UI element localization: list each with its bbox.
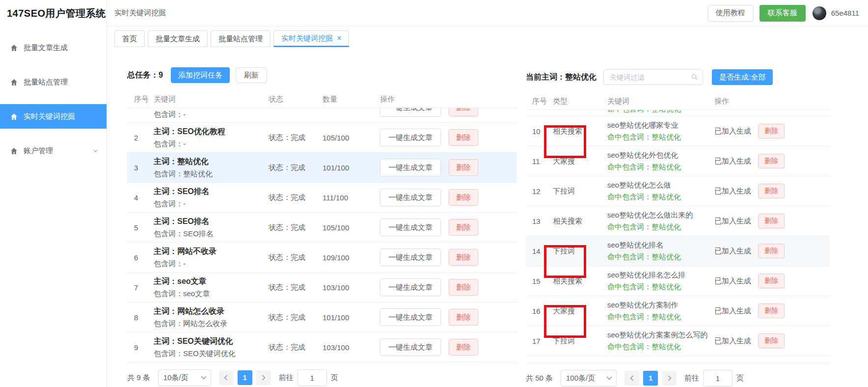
table-row[interactable]: 4 主词：SEO排名 包含词：- 状态：完成 111/100 一键生成文章 删除 [127, 183, 516, 213]
delete-button[interactable]: 删除 [758, 274, 785, 288]
page-button-current[interactable]: 1 [643, 371, 658, 386]
contain-word: 包含词：整站优化 [154, 168, 269, 180]
table-row[interactable]: 9 主词：SEO关键词优化 包含词：SEO关键词优化 状态：完成 103/100… [127, 332, 516, 362]
table-row[interactable]: 包含词：- 一键生成文章 删除 [127, 108, 516, 123]
prev-page-button[interactable] [624, 371, 639, 386]
generate-article-button[interactable]: 一键生成文章 [380, 308, 441, 326]
page-size-select[interactable]: 10条/页 [158, 369, 211, 386]
delete-button[interactable]: 删除 [758, 304, 785, 318]
row-count: 105/100 [323, 223, 380, 232]
hit-contain-word: 命中包含词：整站优化 [607, 311, 714, 323]
tab-home[interactable]: 首页 [114, 30, 145, 47]
table-row[interactable]: 12 下拉词 seo整站优化怎么做 命中包含词：整站优化 已加入生成 删除 [526, 176, 830, 206]
tab-label: 批量站点管理 [218, 34, 263, 44]
delete-button[interactable]: 删除 [449, 129, 478, 146]
tasks-panel-header: 总任务：9 添加挖词任务 刷新 [127, 67, 516, 83]
column-ops: 操作 [380, 95, 510, 104]
generate-article-button[interactable]: 一键生成文章 [380, 129, 441, 146]
table-row[interactable]: 6 主词：网站不收录 包含词：- 状态：完成 109/100 一键生成文章 删除 [127, 243, 516, 273]
tab-batch-site[interactable]: 批量站点管理 [211, 30, 271, 47]
main-word: 主词：网站怎么收录 [154, 307, 224, 315]
pager: 1 [219, 370, 271, 385]
delete-button[interactable]: 删除 [758, 154, 785, 168]
goto-page-input[interactable] [298, 369, 327, 386]
generate-article-button[interactable]: 一键生成文章 [380, 249, 441, 266]
table-row[interactable]: 7 主词：seo文章 包含词：seo文章 状态：完成 103/100 一键生成文… [127, 273, 516, 303]
table-row[interactable]: 2 主词：SEO优化教程 包含词：- 状态：完成 105/100 一键生成文章 … [127, 123, 516, 153]
generate-article-button[interactable]: 一键生成文章 [380, 159, 441, 176]
row-count: 101/100 [323, 313, 380, 322]
next-page-button[interactable] [256, 370, 271, 385]
app-title: 147SEO用户管理系统 [0, 0, 107, 27]
table-row[interactable]: 13 相关搜索 seo整站优化怎么做出来的 命中包含词：整站优化 已加入生成 删… [526, 206, 830, 236]
row-no: 12 [532, 187, 553, 195]
delete-button[interactable]: 删除 [758, 184, 785, 198]
delete-button[interactable]: 删除 [449, 108, 478, 116]
user-avatar[interactable] [813, 6, 826, 20]
tab-batch-article[interactable]: 批量文章生成 [148, 30, 208, 47]
row-type: 大家搜 [553, 306, 607, 316]
table-row[interactable]: 10 相关搜索 seo整站优化哪家专业 命中包含词：整站优化 已加入生成 删除 [526, 116, 830, 146]
delete-button[interactable]: 删除 [449, 189, 478, 206]
table-row[interactable]: 5 主词：SEO排名 包含词：SEO排名 状态：完成 105/100 一键生成文… [127, 213, 516, 243]
main-word: 主词：网站不收录 [154, 247, 217, 255]
delete-button[interactable]: 删除 [449, 219, 478, 236]
tab-keyword-mining[interactable]: 实时关键词挖掘 × [273, 30, 349, 47]
row-status: 状态：完成 [269, 313, 323, 322]
generate-article-button[interactable]: 一键生成文章 [380, 219, 441, 236]
row-type: 下拉词 [553, 247, 607, 256]
home-icon [10, 78, 18, 86]
keywords-panel: 当前主词：整站优化 是否生成:全部 序号 类型 关键词 操作 [526, 69, 830, 387]
page-size-select[interactable]: 100条/页 [561, 370, 617, 387]
table-row[interactable]: 11 大家搜 seo整站优化外包优化 命中包含词：整站优化 已加入生成 删除 [526, 146, 830, 176]
page-button-current[interactable]: 1 [238, 370, 252, 385]
refresh-button[interactable]: 刷新 [236, 67, 267, 83]
row-keyword: seo整站优化排名怎么排 [607, 269, 714, 281]
delete-button[interactable]: 删除 [758, 244, 785, 258]
tasks-table-header: 序号 关键词 状态 数量 操作 [127, 91, 516, 108]
sidebar-item-account[interactable]: 账户管理 [0, 138, 107, 163]
column-type: 类型 [553, 97, 607, 106]
table-row[interactable]: 8 主词：网站怎么收录 包含词：网站怎么收录 状态：完成 101/100 一键生… [127, 303, 516, 332]
sidebar-item-keyword-mining[interactable]: 实时关键词挖掘 [0, 104, 107, 129]
delete-button[interactable]: 删除 [449, 249, 478, 266]
column-keyword: 关键词 [154, 95, 269, 104]
close-icon[interactable]: × [337, 34, 341, 42]
delete-button[interactable]: 删除 [758, 214, 785, 228]
row-status: 状态：完成 [269, 193, 323, 202]
delete-button[interactable]: 删除 [449, 279, 478, 296]
chevron-down-icon [201, 374, 206, 379]
next-page-button[interactable] [662, 371, 677, 386]
table-row[interactable]: 15 相关搜索 seo整站优化排名怎么排 命中包含词：整站优化 已加入生成 删除 [526, 266, 830, 296]
table-row-selected[interactable]: 3 主词：整站优化 包含词：整站优化 状态：完成 101/100 一键生成文章 … [127, 153, 516, 183]
generate-article-button[interactable]: 一键生成文章 [380, 108, 441, 117]
table-row[interactable]: seo整站优化方法 [526, 356, 830, 363]
delete-button[interactable]: 删除 [449, 339, 478, 356]
generate-filter-button[interactable]: 是否生成:全部 [712, 69, 773, 85]
home-icon [10, 112, 18, 121]
added-status: 已加入生成 [714, 276, 751, 286]
table-row[interactable]: 14 下拉词 seo整站优化排名 命中包含词：整站优化 已加入生成 删除 [526, 236, 830, 266]
row-type: 下拉词 [553, 187, 607, 196]
generate-article-button[interactable]: 一键生成文章 [380, 278, 441, 296]
add-task-button[interactable]: 添加挖词任务 [171, 67, 230, 83]
generate-article-button[interactable]: 一键生成文章 [380, 338, 441, 356]
prev-page-button[interactable] [219, 370, 234, 385]
tutorial-button[interactable]: 使用教程 [707, 5, 754, 22]
keyword-filter-input[interactable] [603, 69, 703, 85]
tab-label: 批量文章生成 [156, 34, 200, 44]
row-no: 8 [134, 313, 154, 322]
goto-page-input[interactable] [703, 370, 732, 387]
table-row[interactable]: 16 大家搜 seo整站优化方案制作 命中包含词：整站优化 已加入生成 删除 [526, 296, 830, 326]
sidebar-item-batch-site[interactable]: 批量站点管理 [0, 70, 107, 94]
generate-article-button[interactable]: 一键生成文章 [380, 189, 441, 206]
delete-button[interactable]: 删除 [449, 309, 478, 326]
table-row[interactable]: 命中包含词：整站优化 [526, 110, 830, 116]
delete-button[interactable]: 删除 [758, 333, 785, 348]
row-status: 状态：完成 [269, 163, 323, 172]
sidebar-item-batch-article[interactable]: 批量文章生成 [0, 35, 107, 60]
contact-support-button[interactable]: 联系客服 [760, 5, 806, 22]
delete-button[interactable]: 删除 [449, 159, 478, 176]
table-row[interactable]: 17 下拉词 seo整站优化方案案例怎么写的 命中包含词：整站优化 已加入生成 … [526, 326, 830, 356]
delete-button[interactable]: 删除 [758, 124, 785, 138]
